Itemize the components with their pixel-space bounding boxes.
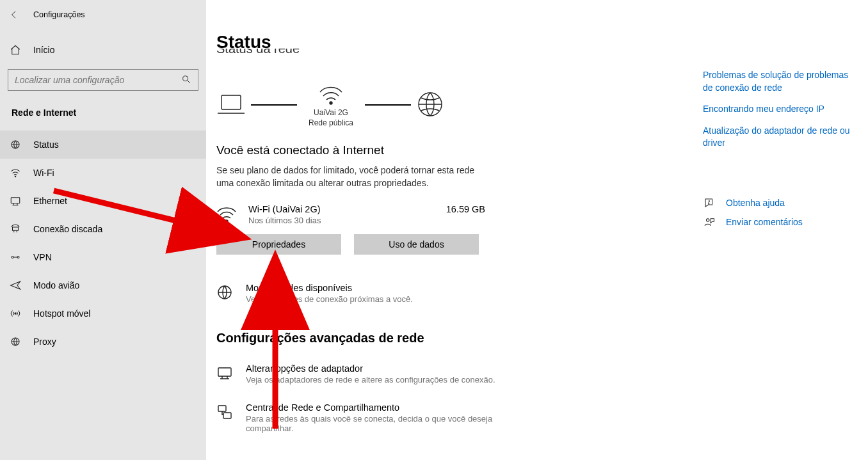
nav-vpn[interactable]: VPN — [0, 243, 206, 271]
nav-proxy[interactable]: Proxy — [0, 328, 206, 356]
network-block: Wi-Fi (UaiVai 2G) Nos últimos 30 dias 16… — [216, 204, 485, 226]
svg-point-2 — [15, 176, 16, 177]
airplane-icon — [9, 279, 22, 292]
nav-airplane[interactable]: Modo avião — [0, 271, 206, 299]
svg-rect-9 — [221, 95, 241, 109]
laptop-icon — [216, 91, 246, 119]
connected-desc: Se seu plano de dados for limitado, você… — [216, 164, 485, 190]
diagram-net-type: Rede pública — [302, 118, 360, 129]
nav-label: Modo avião — [33, 280, 79, 290]
network-status-heading: Status da rede — [216, 49, 868, 58]
svg-point-17 — [709, 203, 709, 204]
help-icon — [703, 197, 716, 209]
get-help[interactable]: Obtenha ajuda — [703, 197, 856, 209]
network-usage: 16.59 GB — [446, 204, 485, 214]
dialup-icon — [9, 223, 22, 235]
svg-point-12 — [225, 220, 228, 223]
sharing-icon — [216, 402, 234, 422]
proxy-icon — [9, 335, 22, 348]
nav-label: Proxy — [33, 337, 56, 347]
diagram-line — [251, 104, 297, 106]
wifi-icon — [9, 166, 22, 179]
help-link-troubleshoot[interactable]: Problemas de solução de problemas de con… — [703, 69, 856, 94]
svg-rect-14 — [218, 368, 231, 376]
svg-point-0 — [183, 75, 188, 81]
search-icon — [181, 74, 191, 86]
svg-rect-3 — [11, 198, 20, 203]
svg-point-18 — [707, 219, 710, 222]
button-label: Propriedades — [252, 239, 305, 250]
svg-rect-15 — [218, 406, 226, 411]
option-desc: Veja as opções de conexão próximas a voc… — [246, 294, 413, 304]
nav-ethernet[interactable]: Ethernet — [0, 187, 206, 215]
button-label: Uso de dados — [389, 239, 444, 250]
sharing-center[interactable]: Central de Rede e Compartilhamento Para … — [216, 402, 868, 433]
nav-label: Status — [33, 139, 59, 150]
nav-label: Wi-Fi — [33, 168, 54, 178]
page-title: Status — [216, 0, 868, 52]
option-title: Central de Rede e Compartilhamento — [246, 402, 521, 413]
app-title: Configurações — [33, 10, 85, 19]
option-title: Alterar opções de adaptador — [246, 363, 495, 374]
globe-icon — [416, 90, 444, 120]
search-input[interactable] — [15, 75, 181, 85]
home-icon — [9, 44, 22, 56]
option-desc: Para as redes às quais você se conecta, … — [246, 414, 521, 433]
help-link-ip[interactable]: Encontrando meu endereço IP — [703, 103, 856, 116]
svg-point-4 — [12, 257, 13, 258]
wifi-icon — [216, 204, 238, 226]
wifi-diagram-icon — [317, 82, 344, 108]
home-button[interactable]: Início — [0, 37, 206, 63]
network-name: Wi-Fi (UaiVai 2G) — [248, 204, 436, 214]
sidebar: Configurações Início Rede e Internet Sta… — [0, 0, 206, 460]
sidebar-header: Configurações — [0, 4, 206, 26]
svg-point-5 — [17, 257, 19, 258]
nav-label: Conexão discada — [33, 224, 102, 234]
properties-button[interactable]: Propriedades — [216, 234, 341, 255]
nav-status[interactable]: Status — [0, 131, 206, 159]
send-feedback[interactable]: Enviar comentários — [703, 216, 856, 228]
option-desc: Veja os adaptadores de rede e altere as … — [246, 375, 495, 385]
svg-point-6 — [15, 313, 16, 314]
feedback-label: Enviar comentários — [726, 217, 803, 227]
nav-label: VPN — [33, 252, 52, 262]
advanced-heading: Configurações avançadas de rede — [216, 331, 868, 345]
svg-point-10 — [330, 102, 332, 104]
home-label: Início — [33, 45, 54, 55]
diagram-line — [365, 104, 411, 106]
help-link-driver[interactable]: Atualização do adaptador de rede ou driv… — [703, 125, 856, 150]
nav-label: Hotspot móvel — [33, 308, 90, 319]
svg-rect-16 — [223, 413, 231, 418]
nav-wifi[interactable]: Wi-Fi — [0, 159, 206, 187]
option-title: Mostrar redes disponíveis — [246, 283, 413, 293]
network-time: Nos últimos 30 dias — [248, 216, 436, 225]
data-usage-button[interactable]: Uso de dados — [354, 234, 479, 255]
vpn-icon — [9, 251, 22, 264]
adapter-options[interactable]: Alterar opções de adaptador Veja os adap… — [216, 363, 868, 385]
section-label: Rede e Internet — [0, 104, 206, 131]
show-networks-option[interactable]: Mostrar redes disponíveis Veja as opções… — [216, 283, 868, 304]
right-pane: Problemas de solução de problemas de con… — [703, 69, 856, 228]
globe-icon — [216, 283, 234, 303]
back-button[interactable] — [6, 7, 22, 22]
nav-label: Ethernet — [33, 196, 67, 206]
status-icon — [9, 138, 22, 151]
hotspot-icon — [9, 307, 22, 320]
ethernet-icon — [9, 194, 22, 207]
diagram-net-name: UaiVai 2G — [302, 108, 360, 118]
help-label: Obtenha ajuda — [726, 198, 785, 208]
feedback-icon — [703, 216, 716, 228]
adapter-icon — [216, 363, 234, 383]
nav-hotspot[interactable]: Hotspot móvel — [0, 299, 206, 328]
search-box[interactable] — [8, 69, 198, 91]
nav-dialup[interactable]: Conexão discada — [0, 215, 206, 243]
